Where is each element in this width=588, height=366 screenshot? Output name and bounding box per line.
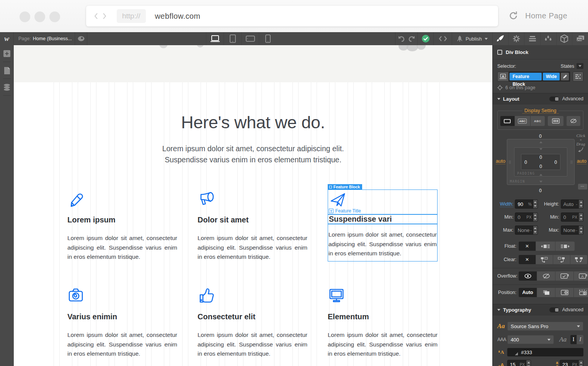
stepper[interactable] <box>578 200 583 208</box>
overflow-scroll-button[interactable] <box>555 271 573 281</box>
reload-icon[interactable] <box>508 11 518 21</box>
style-italic-button[interactable]: I <box>577 335 583 344</box>
feature-paragraph[interactable]: Lorem ipsum dolor sit amet, consectetur … <box>67 234 177 262</box>
tab-assets[interactable] <box>572 32 588 45</box>
width-input[interactable]: 90 % <box>515 199 537 209</box>
overflow-visible-button[interactable] <box>519 271 537 281</box>
margin-bottom-value[interactable]: 0 <box>493 188 588 193</box>
stepper[interactable] <box>526 360 531 366</box>
font-size-input[interactable]: 15 PX <box>507 360 531 366</box>
selector-input[interactable]: ✱ Feature Block Wide <box>497 72 583 82</box>
preview-button[interactable] <box>75 32 87 45</box>
stepper[interactable] <box>578 213 583 221</box>
design-canvas[interactable]: Here's what we do. Lorem ipsum dolor sit… <box>14 45 492 366</box>
stepper[interactable] <box>533 213 537 221</box>
float-none-button[interactable]: ✕ <box>519 242 536 251</box>
feature-card[interactable]: Elementum Lorem ipsum dolor sit amet, co… <box>328 286 438 359</box>
selected-feature-title-box[interactable]: Suspendisse vari <box>328 214 438 224</box>
window-controls[interactable] <box>20 11 60 22</box>
webflow-logo[interactable]: w <box>0 32 14 45</box>
page-selector[interactable]: Page: Home (Business... <box>14 32 75 45</box>
feature-title[interactable]: Elementum <box>328 312 438 321</box>
margin-left-value[interactable]: auto <box>496 158 505 164</box>
min-height-input[interactable]: 0 PX <box>561 212 583 222</box>
selector-options-button[interactable] <box>573 72 583 82</box>
url-bar[interactable]: http:// webflow.com <box>86 6 498 26</box>
feature-card[interactable]: Consectetur elit Lorem ipsum dolor sit a… <box>198 286 307 359</box>
edit-class-button[interactable] <box>561 73 569 80</box>
selected-element-tag[interactable]: Feature Block <box>328 184 362 190</box>
device-mobile-landscape-button[interactable] <box>241 32 259 45</box>
redo-icon[interactable] <box>408 36 416 42</box>
layout-advanced-toggle[interactable] <box>549 96 559 101</box>
max-width-input[interactable]: None - <box>515 225 537 235</box>
export-code-button[interactable] <box>433 32 452 45</box>
float-right-button[interactable] <box>555 242 575 251</box>
position-auto-button[interactable]: Auto <box>519 288 537 297</box>
stepper[interactable] <box>533 200 537 208</box>
feature-title[interactable]: Lorem ipsum <box>67 216 177 224</box>
device-tablet-button[interactable] <box>224 32 241 45</box>
feature-paragraph[interactable]: Lorem ipsum dolor sit amet, consectetur … <box>198 234 307 262</box>
clear-both-button[interactable] <box>570 255 587 264</box>
tab-style[interactable] <box>493 32 509 45</box>
margin-top-value[interactable]: 0 <box>493 134 588 139</box>
display-block-button[interactable] <box>500 116 515 126</box>
display-inline-block-button[interactable]: ABC <box>515 116 531 126</box>
forward-icon[interactable] <box>102 13 107 20</box>
url-text[interactable]: webflow.com <box>155 12 201 21</box>
display-columns-button[interactable] <box>548 116 564 126</box>
layout-section-header[interactable]: Layout Advanced <box>493 93 588 105</box>
typography-advanced-toggle[interactable] <box>549 307 559 312</box>
padding-bottom-value[interactable]: 0 <box>521 164 560 169</box>
padding-top-value[interactable]: 0 <box>521 155 560 160</box>
feature-paragraph[interactable]: Lorem ipsum dolor sit amet, consectetur … <box>67 330 177 359</box>
max-height-input[interactable]: None - <box>561 225 583 235</box>
clear-right-button[interactable] <box>553 255 570 264</box>
line-height-input[interactable]: 23 PX <box>560 360 583 366</box>
display-setting-label[interactable]: Display Setting <box>522 108 559 114</box>
position-relative-button[interactable] <box>537 288 555 297</box>
publish-button[interactable]: Publish <box>452 32 492 45</box>
tab-interactions[interactable] <box>541 32 557 45</box>
feature-card[interactable]: Lorem ipsum Lorem ipsum dolor sit amet, … <box>67 190 177 262</box>
device-mobile-portrait-button[interactable] <box>259 32 276 45</box>
font-family-select[interactable]: Source Sans Pro <box>507 322 583 331</box>
feature-paragraph[interactable]: Lorem ipsum dolor sit amet, consectetur … <box>328 330 438 359</box>
class-pill[interactable]: Feature Block <box>510 73 542 80</box>
saved-status-button[interactable] <box>417 32 433 45</box>
section-subtitle[interactable]: Lorem ipsum dolor sit amet, consectetur … <box>14 143 492 165</box>
typography-section-header[interactable]: Typography Advanced <box>493 304 588 315</box>
style-normal-button[interactable]: I <box>570 335 577 344</box>
margin-right-value[interactable]: auto <box>577 158 586 164</box>
width-label[interactable]: Width: <box>500 201 513 207</box>
position-absolute-button[interactable] <box>555 288 573 297</box>
selected-feature-paragraph-box[interactable]: Lorem ipsum dolor sit amet, consectetur … <box>328 224 438 261</box>
clear-none-button[interactable]: ✕ <box>519 255 536 264</box>
padding-box[interactable]: PADDING 0 0 0 0 <box>514 147 567 176</box>
position-fixed-button[interactable] <box>574 288 588 297</box>
feature-title[interactable]: Suspendisse vari <box>328 215 437 224</box>
feature-title[interactable]: Consectetur elit <box>198 312 307 321</box>
stepper[interactable] <box>578 360 583 366</box>
feature-title[interactable]: Dolor sit amet <box>198 216 307 224</box>
feature-title-tag[interactable]: T Feature Title <box>329 208 361 214</box>
tab-symbols[interactable] <box>557 32 573 45</box>
font-weight-select[interactable]: 400 <box>507 335 554 344</box>
class-pillbar[interactable]: Feature Block Wide <box>509 72 570 82</box>
section-heading[interactable]: Here's what we do. <box>14 113 492 132</box>
state-pill[interactable]: Wide <box>543 73 560 80</box>
feature-paragraph[interactable]: Lorem ipsum dolor sit amet, consectetur … <box>328 230 437 258</box>
float-left-button[interactable] <box>536 242 555 251</box>
margin-box[interactable]: MARGIN PADDING 0 0 0 0 <box>507 139 575 185</box>
stepper[interactable] <box>578 226 583 234</box>
display-none-button[interactable] <box>567 116 580 126</box>
display-inline-button[interactable]: ABC <box>531 116 545 126</box>
clear-left-button[interactable] <box>536 255 553 264</box>
add-elements-button[interactable] <box>0 45 14 62</box>
feature-title[interactable]: Varius enimin <box>67 312 177 321</box>
pages-button[interactable] <box>0 62 14 79</box>
back-icon[interactable] <box>94 13 98 20</box>
feature-card[interactable]: Dolor sit amet Lorem ipsum dolor sit ame… <box>198 190 307 262</box>
spacing-box-model[interactable]: 0 auto auto 0 Click + Drag MARGIN <box>493 133 588 193</box>
